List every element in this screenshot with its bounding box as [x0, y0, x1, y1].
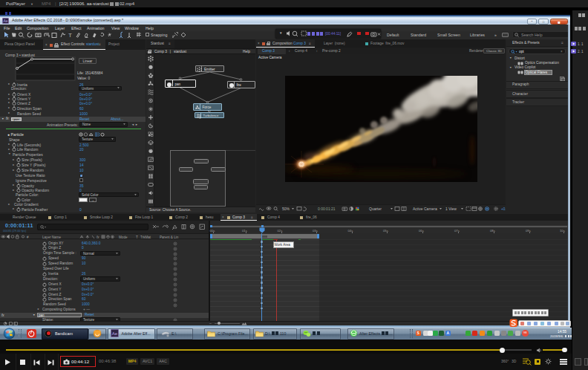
- svg-text:Mode: Mode: [119, 235, 128, 238]
- svg-text:+0.0: +0.0: [501, 207, 506, 211]
- svg-text:fx: fx: [97, 235, 99, 238]
- svg-text:50%: 50%: [282, 207, 290, 211]
- svg-text:#: #: [27, 235, 29, 238]
- svg-text:0:00:01:21: 0:00:01:21: [318, 207, 336, 211]
- svg-text:T: T: [68, 32, 72, 39]
- svg-text:Quarter: Quarter: [369, 207, 382, 211]
- svg-text:Active Camera: Active Camera: [413, 207, 437, 211]
- svg-text:1 View: 1 View: [445, 207, 457, 211]
- svg-text:TrkMat: TrkMat: [140, 235, 151, 238]
- svg-text:Parent & Lin: Parent & Lin: [160, 235, 179, 238]
- svg-text:Layer Name: Layer Name: [42, 235, 61, 238]
- svg-text:T: T: [136, 235, 138, 238]
